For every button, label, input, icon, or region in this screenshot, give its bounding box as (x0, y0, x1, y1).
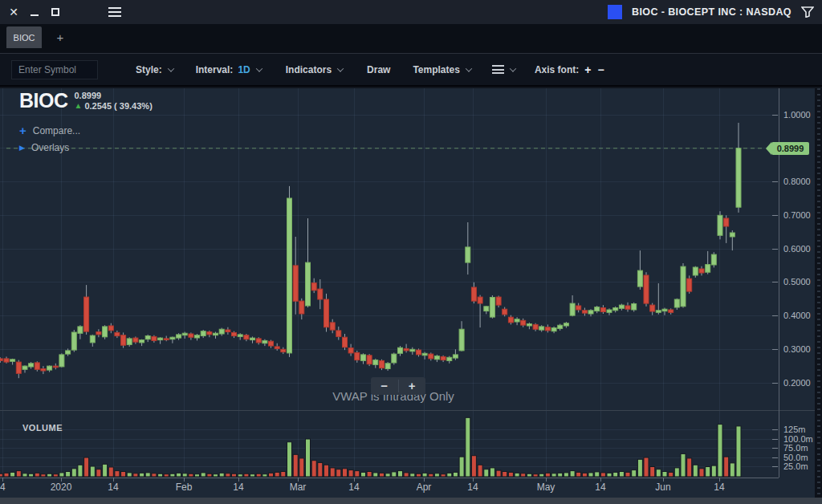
menu-icon[interactable] (104, 0, 125, 24)
compare-button[interactable]: + Compare... (19, 125, 80, 136)
up-arrow-icon: ▲ (75, 101, 83, 111)
svg-text:0.4000: 0.4000 (783, 311, 811, 320)
interval-value: 1D (238, 64, 250, 75)
chart-menu-dropdown[interactable] (492, 65, 515, 74)
play-icon: ▶ (19, 144, 25, 152)
vertical-scrollbar[interactable] (815, 88, 822, 498)
maximize-icon[interactable] (45, 0, 66, 24)
overlays-label: Overlays (31, 142, 69, 153)
chevron-down-icon (466, 65, 472, 71)
compare-label: Compare... (33, 125, 80, 136)
minimize-icon[interactable] (24, 0, 45, 24)
svg-text:May: May (537, 482, 555, 493)
svg-text:Feb: Feb (176, 482, 193, 493)
chevron-down-icon (337, 65, 344, 71)
horizontal-scrollbar[interactable] (0, 498, 822, 504)
new-tab-button[interactable]: + (50, 26, 71, 48)
svg-text:Jun: Jun (655, 482, 670, 493)
svg-text:2020: 2020 (51, 482, 72, 493)
svg-text:1.0000: 1.0000 (783, 110, 811, 120)
filter-icon[interactable] (801, 6, 814, 18)
interval-dropdown[interactable]: Interval: 1D (196, 64, 262, 75)
templates-label: Templates (413, 64, 459, 75)
window-title: BIOC - BIOCEPT INC : NASDAQ (632, 6, 791, 18)
style-dropdown[interactable]: Style: (136, 64, 173, 75)
symbol-search-input[interactable] (11, 60, 98, 79)
zoom-out-button[interactable]: − (371, 377, 398, 395)
axis-font-control: Axis font: + − (535, 63, 605, 76)
svg-text:0.8000: 0.8000 (783, 177, 811, 186)
chevron-down-icon (255, 65, 262, 71)
svg-text:14: 14 (348, 482, 360, 493)
svg-text:4: 4 (0, 482, 6, 493)
draw-label: Draw (367, 64, 390, 75)
svg-text:0.3000: 0.3000 (783, 344, 811, 354)
symbol-header: BIOC 0.8999 ▲ 0.2545 ( 39.43%) (19, 90, 153, 111)
close-icon[interactable]: ✕ (3, 0, 24, 24)
overlays-toggle[interactable]: ▶ Overlays (19, 142, 69, 153)
draw-button[interactable]: Draw (367, 64, 390, 75)
svg-text:14: 14 (714, 482, 725, 493)
svg-text:14: 14 (467, 482, 478, 493)
zoom-in-button[interactable]: + (399, 377, 426, 395)
price-chart[interactable]: 1.00000.80000.70000.60000.50000.40000.30… (0, 88, 822, 504)
indicators-dropdown[interactable]: Indicators (286, 64, 343, 75)
price-change: ▲ 0.2545 ( 39.43%) (75, 101, 153, 111)
last-price: 0.8999 (75, 91, 153, 100)
svg-text:14: 14 (233, 482, 244, 493)
axis-font-label: Axis font: (535, 64, 579, 75)
indicators-label: Indicators (286, 64, 332, 75)
list-menu-icon (492, 65, 504, 74)
axis-font-increase-button[interactable]: + (584, 63, 592, 76)
style-label: Style: (136, 64, 162, 75)
templates-dropdown[interactable]: Templates (413, 64, 470, 75)
zoom-control: − + (371, 377, 425, 395)
change-value: 0.2545 ( 39.43%) (84, 101, 152, 111)
svg-text:50.0m: 50.0m (783, 453, 808, 462)
current-price-badge: 0.8999 (771, 142, 809, 155)
symbol-name: BIOC (19, 90, 68, 111)
svg-text:75.0m: 75.0m (783, 443, 808, 453)
chevron-down-icon (510, 65, 516, 71)
volume-pane-label: VOLUME (22, 423, 63, 433)
svg-text:Mar: Mar (290, 482, 307, 493)
svg-text:25.0m: 25.0m (783, 461, 808, 471)
chevron-down-icon (167, 65, 173, 71)
plus-icon: + (19, 126, 26, 136)
svg-text:0.5000: 0.5000 (783, 277, 811, 287)
svg-text:Apr: Apr (417, 482, 432, 493)
svg-text:0.6000: 0.6000 (783, 244, 811, 254)
svg-text:0.2000: 0.2000 (783, 378, 811, 388)
svg-text:125m: 125m (783, 425, 806, 434)
interval-label: Interval: (196, 64, 234, 75)
app-logo (608, 5, 622, 19)
tab-bar: BIOC + (0, 24, 822, 53)
svg-text:14: 14 (595, 482, 606, 493)
svg-text:0.7000: 0.7000 (783, 210, 811, 220)
svg-text:14: 14 (108, 482, 119, 493)
svg-text:100.0m: 100.0m (783, 434, 813, 444)
axis-font-decrease-button[interactable]: − (596, 63, 604, 76)
chart-toolbar: Style: Interval: 1D Indicators Draw Temp… (0, 53, 822, 87)
tab-bioc[interactable]: BIOC (6, 26, 42, 48)
window-titlebar: ✕ BIOC - BIOCEPT INC : NASDAQ (0, 0, 822, 24)
